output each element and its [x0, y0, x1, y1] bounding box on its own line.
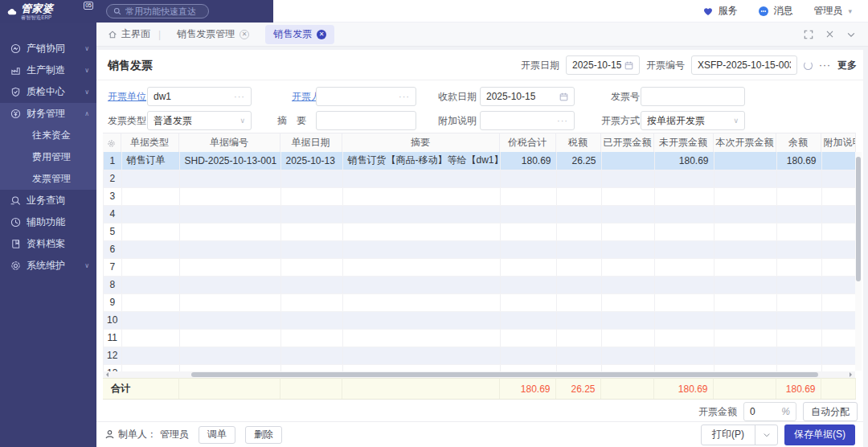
cell-extra[interactable]	[821, 205, 855, 223]
col-header[interactable]: 单据编号	[178, 133, 280, 153]
cell-invoiced[interactable]	[601, 170, 654, 187]
cell-extra[interactable]	[821, 276, 855, 293]
drawer-input[interactable]: ···	[316, 87, 416, 106]
cell-balance[interactable]	[776, 347, 821, 364]
cell-invoiced[interactable]	[601, 223, 654, 240]
cell-invoiced[interactable]	[601, 293, 654, 311]
table-row[interactable]: 10	[104, 311, 855, 329]
service-button[interactable]: 服务	[702, 4, 737, 18]
cell-code[interactable]	[179, 258, 280, 276]
cell-balance[interactable]	[776, 276, 821, 293]
cell-type[interactable]	[121, 293, 179, 311]
allocate-amount-input[interactable]: 0 %	[743, 402, 796, 421]
tab-sales-invoice[interactable]: 销售发票 ✕	[265, 25, 334, 44]
cell-code[interactable]	[179, 240, 280, 258]
cell-balance[interactable]	[776, 364, 821, 371]
invoice-number-input[interactable]	[641, 87, 745, 106]
summary-input[interactable]	[316, 111, 416, 130]
cell-summary[interactable]	[342, 364, 500, 371]
cell-type[interactable]	[121, 364, 179, 371]
cell-total_with_tax[interactable]	[500, 347, 556, 364]
cell-type[interactable]: 销售订单	[121, 152, 179, 170]
table-row[interactable]: 2	[104, 170, 855, 187]
cell-type[interactable]	[121, 223, 179, 240]
cell-extra[interactable]	[821, 311, 855, 329]
cell-extra[interactable]	[821, 152, 855, 170]
note-input[interactable]: ···	[480, 111, 575, 130]
cell-date[interactable]	[280, 347, 342, 364]
cell-code[interactable]	[179, 276, 280, 293]
table-row[interactable]: 11	[104, 329, 855, 347]
close-icon[interactable]	[825, 30, 834, 39]
scrollbar-thumb[interactable]	[191, 372, 818, 377]
billing-unit-link[interactable]: 开票单位	[108, 87, 146, 106]
cell-summary[interactable]	[342, 223, 500, 240]
col-header[interactable]: 单据日期	[280, 133, 342, 153]
cell-date[interactable]	[280, 276, 342, 293]
cell-extra[interactable]	[821, 187, 855, 205]
column-settings[interactable]	[103, 133, 121, 153]
cell-summary[interactable]	[342, 240, 500, 258]
cell-type[interactable]	[121, 170, 179, 187]
cell-uninvoiced[interactable]: 180.69	[654, 152, 714, 170]
sidebar-item-invoice[interactable]: 发票管理	[0, 168, 96, 190]
cell-type[interactable]	[121, 205, 179, 223]
cell-current[interactable]	[714, 364, 776, 371]
cell-extra[interactable]	[821, 223, 855, 240]
table-row[interactable]: 1销售订单SHD-2025-10-13-0012025-10-13销售订货【商品…	[104, 152, 855, 170]
refresh-icon[interactable]	[804, 61, 813, 70]
cell-type[interactable]	[121, 276, 179, 293]
cell-date[interactable]	[280, 205, 342, 223]
cell-total_with_tax[interactable]	[500, 329, 556, 347]
cell-date[interactable]	[280, 223, 342, 240]
cell-balance[interactable]	[776, 240, 821, 258]
cell-balance[interactable]	[776, 258, 821, 276]
cell-uninvoiced[interactable]	[654, 276, 714, 293]
cell-date[interactable]	[280, 258, 342, 276]
col-header[interactable]: 税额	[555, 133, 600, 153]
cell-uninvoiced[interactable]	[654, 329, 714, 347]
table-row[interactable]: 7	[104, 258, 855, 276]
cell-current[interactable]	[714, 329, 776, 347]
cell-code[interactable]	[179, 187, 280, 205]
cell-type[interactable]	[121, 311, 179, 329]
more-dots-icon[interactable]: ···	[819, 59, 831, 71]
cell-current[interactable]	[714, 347, 776, 364]
cell-uninvoiced[interactable]	[654, 293, 714, 311]
table-row[interactable]: 5	[104, 223, 855, 240]
print-options-button[interactable]	[755, 425, 777, 445]
cell-extra[interactable]	[821, 347, 855, 364]
cell-type[interactable]	[121, 329, 179, 347]
cell-extra[interactable]	[821, 364, 855, 371]
cell-uninvoiced[interactable]	[654, 258, 714, 276]
cell-total_with_tax[interactable]	[500, 293, 556, 311]
cell-balance[interactable]	[776, 311, 821, 329]
cell-summary[interactable]	[342, 187, 500, 205]
cell-tax[interactable]	[556, 276, 601, 293]
cell-date[interactable]	[280, 240, 342, 258]
sidebar-item-collab[interactable]: 产销协同∨	[0, 38, 96, 59]
cell-code[interactable]	[179, 170, 280, 187]
scroll-left-arrow[interactable]	[104, 372, 108, 377]
cell-code[interactable]	[179, 329, 280, 347]
table-row[interactable]: 9	[104, 293, 855, 311]
invoice-type-select[interactable]: 普通发票 ∨	[147, 111, 252, 130]
cell-current[interactable]	[714, 240, 776, 258]
print-button[interactable]: 打印(P)	[702, 425, 755, 445]
cell-current[interactable]	[714, 152, 776, 170]
cell-invoiced[interactable]	[601, 311, 654, 329]
cell-date[interactable]	[280, 170, 342, 187]
cell-summary[interactable]	[342, 329, 500, 347]
fullscreen-icon[interactable]	[804, 30, 813, 39]
sidebar-item-finance[interactable]: 财务管理∧	[0, 103, 96, 125]
col-header[interactable]: 已开票金额	[600, 133, 653, 153]
cell-extra[interactable]	[821, 170, 855, 187]
cell-date[interactable]	[280, 311, 342, 329]
col-header[interactable]: 未开票金额	[653, 133, 713, 153]
cell-tax[interactable]	[556, 364, 601, 371]
cell-balance[interactable]	[776, 205, 821, 223]
cell-tax[interactable]	[556, 293, 601, 311]
close-tab-icon[interactable]: ✕	[240, 30, 249, 39]
cell-balance[interactable]	[776, 329, 821, 347]
sidebar-item-query[interactable]: 业务查询	[0, 190, 96, 211]
